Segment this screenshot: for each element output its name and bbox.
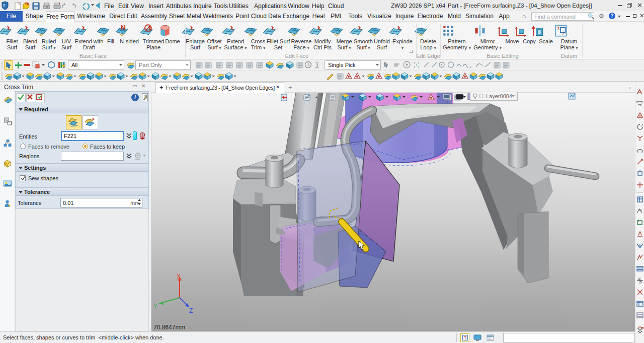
svg-text:2: 2 xyxy=(562,31,565,36)
svg-text:Z: Z xyxy=(189,307,193,314)
svg-text:3: 3 xyxy=(557,26,559,31)
svg-text:Y: Y xyxy=(153,303,157,310)
svg-text:N: N xyxy=(121,24,126,32)
svg-text:X: X xyxy=(177,273,181,280)
